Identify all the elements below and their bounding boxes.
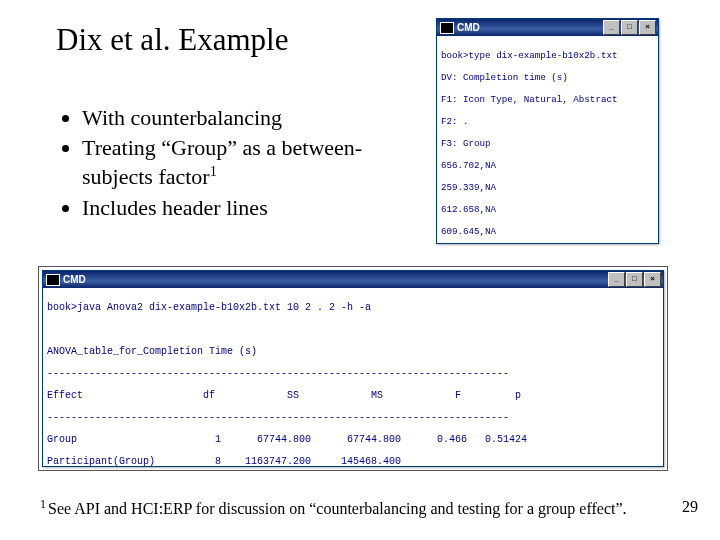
t1-l0: book>type dix-example-b10x2b.txt <box>441 50 654 61</box>
t1-l1: DV: Completion time (s) <box>441 72 654 83</box>
bullet-3: Includes header lines <box>82 194 420 222</box>
titlebar-large: CMD _ □ × <box>43 271 663 288</box>
t2-r0: Group 1 67744.800 67744.800 0.466 0.5142… <box>47 434 659 445</box>
bullets-area: With counterbalancing Treating “Group” a… <box>60 104 420 224</box>
footnote-text: See API and HCI:ERP for discussion on “c… <box>48 500 627 517</box>
minimize-button[interactable]: _ <box>608 272 625 287</box>
maximize-button[interactable]: □ <box>626 272 643 287</box>
t2-header: Effect df SS MS F p <box>47 390 659 401</box>
t2-cmd: book>java Anova2 dix-example-b10x2b.txt … <box>47 302 659 313</box>
t2-dash2: ----------------------------------------… <box>47 412 659 423</box>
titlebar-small: CMD _ □ × <box>437 19 658 36</box>
t1-l5: 656.702,NA <box>441 160 654 171</box>
cmd-icon <box>46 274 60 286</box>
terminal-body-small: book>type dix-example-b10x2b.txt DV: Com… <box>437 36 658 243</box>
t1-l3: F2: . <box>441 116 654 127</box>
title-text-small: CMD <box>457 22 480 33</box>
t1-l7: 612.658,NA <box>441 204 654 215</box>
title-text-large: CMD <box>63 274 86 285</box>
terminal-window-small: CMD _ □ × book>type dix-example-b10x2b.t… <box>436 18 659 244</box>
cmd-icon <box>440 22 454 34</box>
t2-title: ANOVA_table_for_Completion Time (s) <box>47 346 659 357</box>
terminal-body-large: book>java Anova2 dix-example-b10x2b.txt … <box>43 288 663 466</box>
footnote-marker: 1 <box>210 163 217 179</box>
t1-l6: 259.339,NA <box>441 182 654 193</box>
bullets-list: With counterbalancing Treating “Group” a… <box>60 104 420 222</box>
page-number: 29 <box>682 498 698 516</box>
footnote-number: 1 <box>40 497 46 511</box>
page-title: Dix et al. Example <box>56 22 288 58</box>
t2-dash1: ----------------------------------------… <box>47 368 659 379</box>
bullet-3-text: Includes header lines <box>82 195 268 220</box>
terminal-window-large: CMD _ □ × book>java Anova2 dix-example-b… <box>42 270 664 467</box>
titlebar-left-large: CMD <box>46 274 86 286</box>
bullet-1: With counterbalancing <box>82 104 420 132</box>
slide: Dix et al. Example With counterbalancing… <box>0 0 720 540</box>
window-buttons-large: _ □ × <box>608 272 661 287</box>
minimize-button[interactable]: _ <box>603 20 620 35</box>
bullet-2-text: Treating “Group” as a between-subjects f… <box>82 135 362 189</box>
t1-l2: F1: Icon Type, Natural, Abstract <box>441 94 654 105</box>
close-button[interactable]: × <box>639 20 656 35</box>
bullet-1-text: With counterbalancing <box>82 105 282 130</box>
t2-r1: Participant(Group) 8 1163747.200 145468.… <box>47 456 659 466</box>
titlebar-left: CMD <box>440 22 480 34</box>
maximize-button[interactable]: □ <box>621 20 638 35</box>
t1-l8: 609.645,NA <box>441 226 654 237</box>
t2-blank1 <box>47 324 659 335</box>
footnote: 1See API and HCI:ERP for discussion on “… <box>40 497 627 518</box>
t1-l4: F3: Group <box>441 138 654 149</box>
bullet-2: Treating “Group” as a between-subjects f… <box>82 134 420 192</box>
window-buttons-small: _ □ × <box>603 20 656 35</box>
close-button[interactable]: × <box>644 272 661 287</box>
